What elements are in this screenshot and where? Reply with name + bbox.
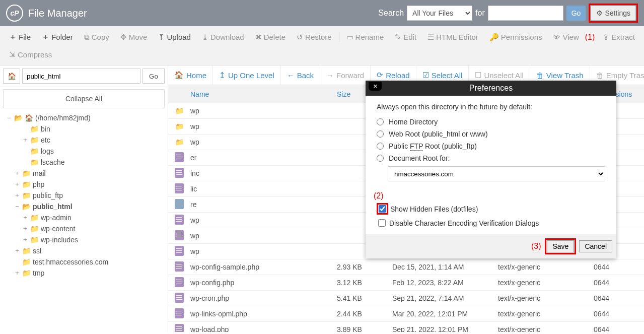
tree-item[interactable]: +📁ssl — [6, 245, 168, 256]
file-icon — [175, 277, 184, 287]
tree-item[interactable]: +📁wp-admin — [6, 212, 168, 223]
preferences-modal: ✕ Preferences Always open this directory… — [366, 81, 616, 258]
modal-title: Preferences — [469, 84, 513, 92]
main-area: 🏠 Go Collapse All − 📂 🏠 (/home/hm82jmd) … — [0, 65, 644, 332]
annotation-3-label: (3) — [531, 242, 541, 251]
permissions-button[interactable]: 🔑 Permissions — [484, 30, 547, 45]
search-go-button[interactable]: Go — [566, 6, 586, 21]
main-toolbar: ＋File ＋Folder ⧉ Copy ✥ Move ⤒ Upload ⤓ D… — [0, 26, 644, 65]
show-hidden-checkbox[interactable] — [379, 205, 386, 213]
radio-web-root[interactable]: Web Root (public_html or www) — [377, 128, 605, 140]
tree-item[interactable]: +📁etc — [6, 135, 168, 146]
up-one-level-button[interactable]: ↥ Up One Level — [213, 65, 281, 85]
file-icon — [175, 293, 184, 303]
path-input[interactable] — [22, 69, 140, 84]
tree-item[interactable]: +📁tmp — [6, 268, 168, 279]
delete-button[interactable]: ✖ Delete — [250, 30, 291, 45]
folder-icon: 📁 — [175, 122, 184, 130]
new-file-button[interactable]: ＋File — [4, 29, 36, 45]
folder-icon: 📁 — [30, 136, 39, 144]
table-row[interactable]: wp-config-sample.php2.93 KBDec 15, 2021,… — [168, 259, 644, 275]
home-button[interactable]: 🏠 Home — [168, 65, 213, 85]
settings-button[interactable]: ⚙ Settings — [591, 6, 636, 21]
html-editor-button[interactable]: ☰ HTML Editor — [422, 30, 483, 45]
annotation-1-label: (1) — [585, 33, 595, 42]
radio-ftp-root[interactable]: Public FTP Root (public_ftp) — [377, 140, 605, 152]
settings-file-icon — [175, 199, 184, 209]
restore-button[interactable]: ↺ Restore — [292, 30, 337, 45]
path-bar: 🏠 Go — [0, 65, 168, 87]
folder-icon: 📁 — [175, 107, 184, 115]
file-icon — [175, 246, 184, 256]
for-label: for — [475, 9, 485, 18]
folder-icon: 📁 — [30, 236, 39, 244]
tree-root[interactable]: − 📂 🏠 (/home/hm82jmd) — [6, 112, 168, 123]
table-row[interactable]: wp-load.php3.89 KBSep 21, 2022, 12:01 PM… — [168, 322, 644, 332]
table-row[interactable]: wp-links-opml.php2.44 KBMar 20, 2022, 12… — [168, 306, 644, 322]
folder-icon: 📁 — [30, 147, 39, 155]
compress-button[interactable]: ⇲ Compress — [4, 47, 57, 62]
tree-item[interactable]: 📁bin — [6, 123, 168, 135]
path-go-button[interactable]: Go — [142, 69, 165, 84]
tree-item[interactable]: +📁wp-includes — [6, 234, 168, 245]
annotation-3-box: Save — [545, 238, 576, 254]
tree-item[interactable]: 📁test.hmaccessories.com — [6, 256, 168, 268]
radio-home-dir[interactable]: Home Directory — [377, 116, 605, 128]
file-icon — [175, 261, 184, 272]
file-icon — [175, 152, 184, 162]
folder-icon: 📁 — [22, 191, 31, 199]
home-icon-button[interactable]: 🏠 — [3, 69, 20, 84]
download-button[interactable]: ⤓ Download — [197, 30, 249, 45]
back-button[interactable]: ← Back — [281, 65, 320, 85]
modal-prompt: Always open this directory in the future… — [377, 103, 605, 111]
edit-button[interactable]: ✎ Edit — [390, 30, 421, 45]
file-icon — [175, 324, 184, 332]
table-row[interactable]: wp-cron.php5.41 KBSep 21, 2022, 7:14 AMt… — [168, 291, 644, 306]
file-icon — [175, 168, 184, 178]
tree-item[interactable]: −📂public_html — [6, 201, 168, 212]
tree-item[interactable]: +📁wp-content — [6, 223, 168, 234]
radio-doc-root[interactable]: Document Root for: — [377, 152, 605, 164]
modal-close-button[interactable]: ✕ — [369, 82, 382, 91]
folder-icon: 📁 — [22, 180, 31, 188]
move-button[interactable]: ✥ Move — [115, 30, 153, 45]
annotation-2-label: (2) — [374, 191, 602, 201]
topbar: cP File Manager Search All Your Files fo… — [0, 0, 644, 26]
folder-icon: 📁 — [30, 125, 39, 133]
folder-icon: 📁 — [22, 169, 31, 177]
extract-button[interactable]: ⇪ Extract — [598, 30, 640, 45]
collapse-all-button[interactable]: Collapse All — [3, 89, 165, 108]
search-scope-select[interactable]: All Your Files — [407, 6, 472, 21]
folder-icon: 📁 — [175, 138, 184, 146]
brand: cP File Manager — [6, 5, 87, 22]
domain-select[interactable]: hmaccessories.com — [388, 166, 605, 181]
search-input[interactable] — [488, 6, 563, 21]
cancel-button[interactable]: Cancel — [579, 240, 612, 252]
left-panel: 🏠 Go Collapse All − 📂 🏠 (/home/hm82jmd) … — [0, 65, 168, 332]
tree-item[interactable]: 📁lscache — [6, 157, 168, 168]
file-icon — [175, 308, 184, 318]
annotation-2-box — [377, 203, 388, 215]
save-button[interactable]: Save — [547, 240, 574, 252]
tree-item[interactable]: +📁php — [6, 179, 168, 190]
disable-encoding-checkbox[interactable] — [378, 219, 386, 227]
new-folder-button[interactable]: ＋Folder — [37, 29, 78, 45]
tree-item[interactable]: 📁logs — [6, 146, 168, 157]
view-button[interactable]: 👁 View — [548, 30, 584, 44]
folder-icon: 📁 — [30, 214, 39, 222]
rename-button[interactable]: ▭ Rename — [341, 30, 389, 45]
folder-icon: 📁 — [22, 258, 31, 266]
tree-item[interactable]: +📁public_ftp — [6, 190, 168, 201]
folder-icon: 📂 — [22, 203, 31, 211]
col-name[interactable]: Name — [190, 90, 337, 98]
copy-button[interactable]: ⧉ Copy — [79, 30, 114, 45]
show-hidden-checkbox-row[interactable]: Show Hidden Files (dotfiles) — [377, 202, 605, 216]
disable-encoding-checkbox-row[interactable]: Disable Character Encoding Verification … — [377, 216, 605, 230]
upload-button[interactable]: ⤒ Upload — [153, 30, 196, 45]
table-row[interactable]: wp-config.php3.12 KBFeb 12, 2023, 8:22 A… — [168, 275, 644, 291]
tree-item[interactable]: +📁mail — [6, 168, 168, 179]
folder-icon: 📁 — [30, 158, 39, 166]
file-icon — [175, 230, 184, 240]
file-icon — [175, 183, 184, 193]
forward-button[interactable]: → Forward — [320, 65, 371, 85]
